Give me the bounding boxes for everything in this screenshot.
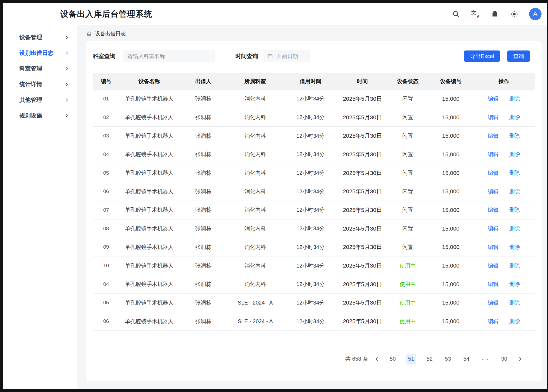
cell-actions: 编辑 删除 — [473, 164, 535, 182]
page-number[interactable]: 51 — [406, 354, 416, 364]
delete-link[interactable]: 删除 — [509, 170, 520, 176]
edit-link[interactable]: 编辑 — [488, 96, 499, 102]
cell-department: SLE - 2024 - A — [228, 293, 283, 312]
page-number[interactable]: 53 — [443, 354, 453, 364]
table-row: 04 单孔腔镜手术机器人 张润栋 消化内科 12小时34分 2025年5月30日… — [93, 275, 535, 293]
delete-link[interactable]: 删除 — [509, 281, 520, 287]
chevron-right-icon — [65, 82, 69, 86]
delete-link[interactable]: 删除 — [509, 244, 520, 250]
cell-actions: 编辑 删除 — [473, 90, 535, 108]
table-row: 06 单孔腔镜手术机器人 张润栋 消化内科 12小时34分 2025年5月30日… — [93, 182, 535, 201]
sidebar-item[interactable]: 科室管理 — [3, 61, 77, 76]
cell-device-code: 15,000 — [429, 145, 473, 164]
cell-department: 消化内科 — [228, 275, 283, 293]
edit-link[interactable]: 编辑 — [488, 207, 499, 213]
cell-device-code: 15,000 — [429, 238, 473, 256]
edit-link[interactable]: 编辑 — [488, 300, 499, 306]
cell-id: 02 — [93, 108, 119, 127]
cell-device-code: 15,000 — [429, 201, 473, 219]
cell-device-name: 单孔腔镜手术机器人 — [119, 164, 179, 182]
edit-link[interactable]: 编辑 — [488, 281, 499, 287]
cell-actions: 编辑 删除 — [473, 312, 535, 331]
cell-device-status: 闲置 — [387, 182, 429, 201]
start-date-picker[interactable]: 开始日期 — [263, 50, 310, 62]
cell-device-status: 使用中 — [387, 312, 429, 331]
table-row: 06 单孔腔镜手术机器人 张润栋 SLE - 2024 - A 12小时34分 … — [93, 312, 535, 331]
delete-link[interactable]: 删除 — [509, 96, 520, 102]
delete-link[interactable]: 删除 — [509, 188, 520, 194]
page-number[interactable]: 90 — [499, 354, 509, 364]
edit-link[interactable]: 编辑 — [488, 170, 499, 176]
edit-link[interactable]: 编辑 — [488, 188, 499, 194]
cell-borrow-duration: 12小时34分 — [283, 275, 338, 293]
cell-device-status: 使用中 — [387, 275, 429, 293]
top-header: 设备出入库后台管理系统 文A — [3, 3, 547, 25]
cell-device-code: 15,000 — [429, 164, 473, 182]
notification-icon[interactable] — [490, 9, 499, 19]
cell-actions: 编辑 删除 — [473, 145, 535, 164]
sidebar-item[interactable]: 规则设施 — [3, 108, 77, 123]
cell-date: 2025年5月30日 — [338, 219, 387, 238]
cell-device-code: 15,000 — [429, 90, 473, 108]
page-number[interactable]: 54 — [461, 354, 472, 364]
edit-link[interactable]: 编辑 — [488, 263, 499, 269]
dept-search-input[interactable] — [123, 50, 215, 62]
delete-link[interactable]: 删除 — [509, 318, 520, 324]
delete-link[interactable]: 删除 — [509, 225, 520, 231]
user-avatar[interactable]: A — [529, 8, 542, 20]
delete-link[interactable]: 删除 — [509, 207, 520, 213]
table-row: 07 单孔腔镜手术机器人 张润栋 消化内科 12小时34分 2025年5月30日… — [93, 201, 535, 219]
cell-device-status: 闲置 — [387, 108, 429, 127]
pagination: 共 658 条 5051525354···90 — [86, 354, 523, 364]
cell-department: 消化内科 — [228, 256, 283, 275]
cell-borrow-duration: 12小时34分 — [283, 164, 338, 182]
table-row: 04 单孔腔镜手术机器人 张润栋 消化内科 12小时34分 2025年5月30日… — [93, 145, 535, 164]
cell-lender: 张润栋 — [179, 238, 228, 256]
delete-link[interactable]: 删除 — [509, 300, 520, 306]
edit-link[interactable]: 编辑 — [488, 133, 499, 139]
sidebar-item[interactable]: 设备管理 — [3, 29, 77, 45]
cell-device-status: 闲置 — [387, 238, 429, 256]
delete-link[interactable]: 删除 — [509, 263, 520, 269]
cell-date: 2025年5月30日 — [338, 312, 387, 331]
export-excel-button[interactable]: 导出Excel — [464, 50, 500, 62]
edit-link[interactable]: 编辑 — [488, 244, 499, 250]
edit-link[interactable]: 编辑 — [488, 114, 499, 120]
cell-actions: 编辑 删除 — [473, 127, 535, 145]
column-header: 操作 — [473, 73, 535, 90]
table-row: 05 单孔腔镜手术机器人 张润栋 消化内科 12小时34分 2025年5月30日… — [93, 164, 535, 182]
translate-icon[interactable]: 文A — [471, 9, 480, 19]
cell-device-status: 使用中 — [387, 256, 429, 275]
delete-link[interactable]: 删除 — [509, 114, 520, 120]
cell-department: 消化内科 — [228, 145, 283, 164]
sidebar-item[interactable]: 其他管理 — [3, 92, 77, 108]
cell-device-code: 15,000 — [429, 293, 473, 312]
sidebar-item-label: 设备管理 — [19, 33, 42, 41]
search-button[interactable]: 查询 — [507, 50, 530, 62]
edit-link[interactable]: 编辑 — [488, 151, 499, 157]
brightness-icon[interactable] — [510, 9, 519, 19]
table-row: 08 单孔腔镜手术机器人 张润栋 消化内科 12小时34分 2025年5月30日… — [93, 219, 535, 238]
cell-department: 消化内科 — [228, 238, 283, 256]
table-row: 05 单孔腔镜手术机器人 张润栋 SLE - 2024 - A 12小时34分 … — [93, 293, 535, 312]
cell-lender: 张润栋 — [179, 256, 228, 275]
sidebar-item[interactable]: 统计详情 — [3, 76, 77, 92]
cell-lender: 张润栋 — [179, 108, 228, 127]
next-page-icon[interactable] — [517, 356, 523, 362]
cell-actions: 编辑 删除 — [473, 256, 535, 275]
page-number[interactable]: 52 — [424, 354, 435, 364]
cell-actions: 编辑 删除 — [473, 201, 535, 219]
header-actions: 文A A — [451, 8, 542, 20]
edit-link[interactable]: 编辑 — [488, 225, 499, 231]
edit-link[interactable]: 编辑 — [488, 318, 499, 324]
page-number[interactable]: 50 — [388, 354, 398, 364]
calendar-icon — [267, 53, 273, 59]
search-icon[interactable] — [451, 9, 461, 19]
cell-date: 2025年5月30日 — [338, 127, 387, 145]
cell-device-name: 单孔腔镜手术机器人 — [119, 219, 179, 238]
delete-link[interactable]: 删除 — [509, 151, 520, 157]
column-header: 所属科室 — [228, 73, 283, 90]
prev-page-icon[interactable] — [374, 356, 380, 362]
sidebar-item[interactable]: 设别出借日志 — [3, 45, 77, 61]
delete-link[interactable]: 删除 — [509, 133, 520, 139]
